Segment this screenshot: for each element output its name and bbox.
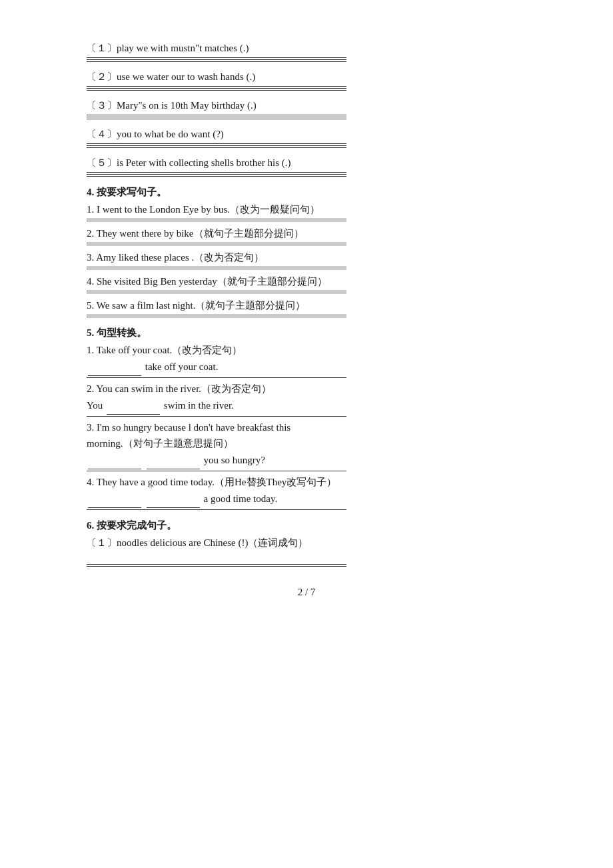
section-6-header: 6. 按要求完成句子。 [87, 519, 526, 532]
s4-item-3-text: 3. Amy liked these places .（改为否定句） [87, 249, 526, 265]
s4-4-line-a [87, 291, 346, 291]
s4-1-line-a [87, 219, 346, 219]
section-5: 5. 句型转换。 1. Take off your coat.（改为否定句） t… [87, 327, 526, 510]
s4-item-5: 5. We saw a film last night.（就句子主题部分提问） [87, 297, 526, 317]
s4-2-line-b [87, 245, 346, 245]
s5-item-2: 2. You can swim in the river.（改为否定句） You… [87, 381, 526, 417]
q3-4-prompt: 〔４〕you to what be do want (?) [87, 126, 526, 142]
section-4-header: 4. 按要求写句子。 [87, 186, 526, 199]
s4-5-line-b [87, 317, 346, 317]
s6-1-line-a [87, 564, 346, 565]
s4-item-1-text: 1. I went to the London Eye by bus.（改为一般… [87, 201, 526, 217]
s4-1-line-b [87, 221, 346, 221]
answer-line-3a [87, 115, 346, 115]
s5-1-line [87, 377, 346, 378]
s5-item-1: 1. Take off your coat.（改为否定句） take off y… [87, 342, 526, 378]
s5-item-4: 4. They have a good time today.（用He替换The… [87, 474, 526, 510]
fill-blank-3b [147, 469, 200, 469]
fill-blank-2 [107, 414, 160, 415]
s5-2-line [87, 416, 346, 417]
s4-item-2-text: 2. They went there by bike（就句子主题部分提问） [87, 225, 526, 241]
s5-4-line [87, 509, 346, 510]
s6-1-prompt: 〔１〕noodles delicious are Chinese (!)（连词成… [87, 535, 526, 551]
s5-item-4-answer: a good time today. [87, 490, 526, 508]
fill-blank-4b [147, 507, 200, 508]
s4-3-line-a [87, 267, 346, 267]
answer-line-1a [87, 57, 346, 58]
fill-blank-4a [88, 507, 141, 508]
s5-item-4-text: 4. They have a good time today.（用He替换The… [87, 474, 526, 490]
s6-item-1: 〔１〕noodles delicious are Chinese (!)（连词成… [87, 535, 526, 567]
section-6: 6. 按要求完成句子。 〔１〕noodles delicious are Chi… [87, 519, 526, 567]
page-number: 2 / 7 [87, 587, 526, 598]
s4-4-line-b [87, 293, 346, 293]
s5-item-3-text2: morning.（对句子主题意思提问） [87, 435, 526, 451]
s5-3-line [87, 471, 346, 471]
s4-5-line-a [87, 315, 346, 315]
q3-5-prompt: 〔５〕is Peter with collecting shells broth… [87, 155, 526, 171]
answer-line-5b [87, 174, 346, 175]
q3-3: 〔３〕Mary"s on is 10th May birthday (.) [87, 97, 526, 119]
s6-1-line-b [87, 566, 346, 567]
s5-item-2-text: 2. You can swim in the river.（改为否定句） [87, 381, 526, 397]
answer-line-2b [87, 88, 346, 89]
section-3: 〔１〕play we with mustn"t matches (.) 〔２〕u… [87, 40, 526, 177]
q3-5: 〔５〕is Peter with collecting shells broth… [87, 155, 526, 177]
section-5-header: 5. 句型转换。 [87, 327, 526, 339]
answer-line-3c [87, 119, 346, 119]
s5-item-3-text: 3. I'm so hungry because l don't have br… [87, 419, 526, 435]
q3-1-prompt: 〔１〕play we with mustn"t matches (.) [87, 40, 526, 56]
answer-line-3b [87, 117, 346, 117]
q3-1: 〔１〕play we with mustn"t matches (.) [87, 40, 526, 62]
answer-line-4b [87, 145, 346, 146]
answer-line-2c [87, 90, 346, 91]
q3-2: 〔２〕use we water our to wash hands (.) [87, 69, 526, 91]
s4-2-line-a [87, 243, 346, 243]
s4-item-1: 1. I went to the London Eye by bus.（改为一般… [87, 201, 526, 221]
section-4: 4. 按要求写句子。 1. I went to the London Eye b… [87, 186, 526, 317]
s4-item-5-text: 5. We saw a film last night.（就句子主题部分提问） [87, 297, 526, 313]
s5-item-1-text: 1. Take off your coat.（改为否定句） [87, 342, 526, 358]
q3-3-prompt: 〔３〕Mary"s on is 10th May birthday (.) [87, 97, 526, 113]
s4-item-4-text: 4. She visited Big Ben yesterday（就句子主题部分… [87, 273, 526, 289]
s5-item-1-answer: take off your coat. [87, 358, 526, 376]
fill-blank-1 [88, 375, 141, 376]
answer-line-2a [87, 86, 346, 87]
s5-item-3-answer: you so hungry? [87, 451, 526, 469]
answer-line-1c [87, 61, 346, 62]
s4-item-3: 3. Amy liked these places .（改为否定句） [87, 249, 526, 269]
answer-line-4c [87, 147, 346, 148]
answer-line-1b [87, 59, 346, 60]
fill-blank-3a [88, 469, 141, 469]
s4-3-line-b [87, 269, 346, 269]
answer-line-4a [87, 143, 346, 144]
s4-item-2: 2. They went there by bike（就句子主题部分提问） [87, 225, 526, 245]
answer-line-5a [87, 172, 346, 173]
s5-item-3: 3. I'm so hungry because l don't have br… [87, 419, 526, 471]
s5-item-2-answer: You swim in the river. [87, 397, 526, 415]
q3-2-prompt: 〔２〕use we water our to wash hands (.) [87, 69, 526, 85]
s4-item-4: 4. She visited Big Ben yesterday（就句子主题部分… [87, 273, 526, 293]
page-number-text: 2 / 7 [298, 587, 316, 597]
q3-4: 〔４〕you to what be do want (?) [87, 126, 526, 148]
answer-line-5c [87, 176, 346, 177]
